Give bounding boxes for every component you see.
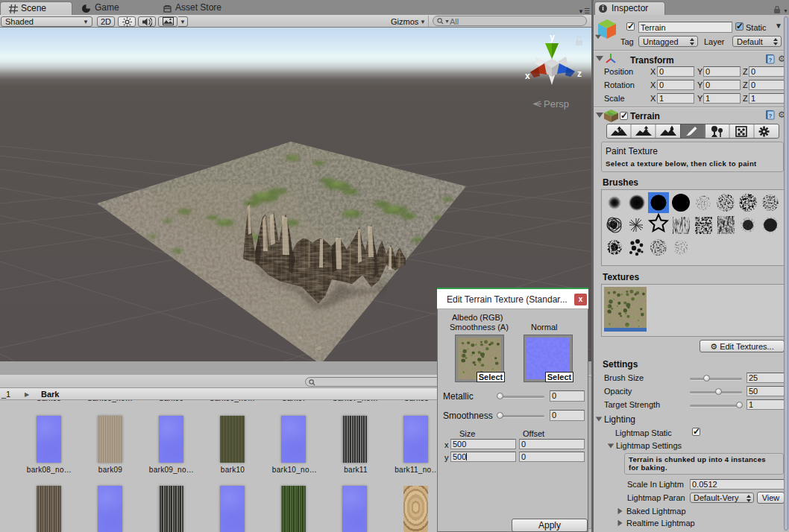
svg-text:?: ? [769,57,773,63]
svg-text:x: x [525,71,530,81]
svg-text:z: z [577,69,582,79]
svg-text:?: ? [769,113,773,119]
svg-text:Persp: Persp [544,98,569,110]
svg-text:y: y [550,32,555,42]
